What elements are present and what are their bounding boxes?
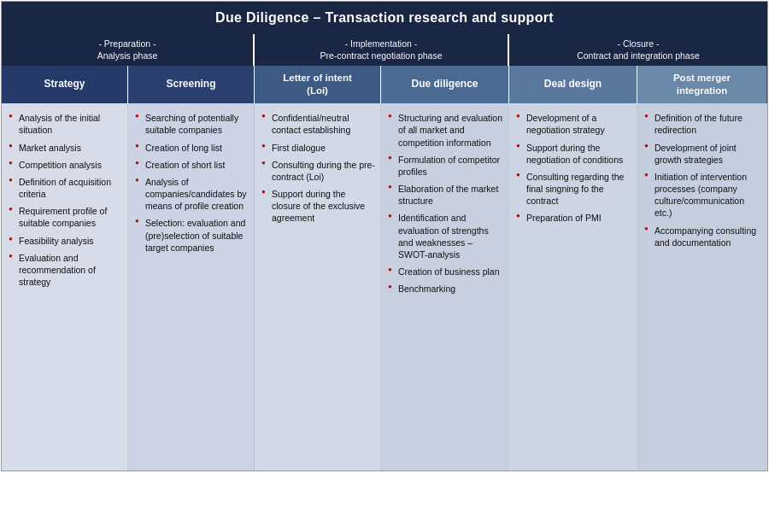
list-item: Development of joint growth strategies <box>644 140 762 169</box>
dd-list: Structuring and evaluation of all market… <box>388 110 503 298</box>
list-item: First dialogue <box>261 140 375 157</box>
col-strategy: Analysis of the initial situation Market… <box>2 103 128 471</box>
loi-list: Confidential/neutral contact establishin… <box>261 110 375 227</box>
step-strategy: Strategy <box>2 66 128 103</box>
list-item: Creation of long list <box>135 140 249 157</box>
list-item: Analysis of the initial situation <box>9 110 122 139</box>
step-screening: Screening <box>128 66 255 103</box>
step-post-merger: Post merger integration <box>637 66 767 103</box>
step-loi: Letter of intent (Loi) <box>255 66 381 103</box>
col-deal-design: Development of a negotiation strategy Su… <box>509 103 637 471</box>
col-screening: Searching of potentially suitable compan… <box>128 103 255 471</box>
list-item: Analysis of companies/candidates by mean… <box>135 174 249 216</box>
list-item: Consulting during the pre-contract (Loi) <box>261 157 375 186</box>
phase-bar: - Preparation - Analysis phase - Impleme… <box>2 34 767 66</box>
col-post-merger: Definition of the future redirection Dev… <box>637 103 767 471</box>
strategy-list: Analysis of the initial situation Market… <box>9 110 122 291</box>
screening-list: Searching of potentially suitable compan… <box>135 110 249 257</box>
list-item: Evaluation and recommendation of strateg… <box>9 250 122 292</box>
step-deal-design: Deal design <box>509 66 637 103</box>
list-item: Requirement profile of suitable companie… <box>9 203 122 232</box>
list-item: Selection: evaluation and (pre)selection… <box>135 215 249 257</box>
list-item: Consulting regarding the final singning … <box>516 169 631 211</box>
post-merger-list: Definition of the future redirection Dev… <box>644 110 762 252</box>
list-item: Definition of acquisition criteria <box>9 174 122 203</box>
list-item: Preparation of PMI <box>516 210 631 227</box>
steps-header: Strategy Screening Letter of intent (Loi… <box>2 66 767 103</box>
list-item: Benchmarking <box>388 281 503 298</box>
list-item: Elaboration of the market structure <box>388 181 503 210</box>
col-loi: Confidential/neutral contact establishin… <box>255 103 381 471</box>
phase-impl: - Implementation - Pre-contract negotiat… <box>255 34 509 66</box>
list-item: Creation of short list <box>135 157 249 174</box>
list-item: Competition analysis <box>9 157 122 174</box>
list-item: Searching of potentially suitable compan… <box>135 110 249 139</box>
list-item: Support during the closure of the exclus… <box>261 186 375 228</box>
main-title: Due Diligence – Transaction research and… <box>2 2 767 34</box>
list-item: Definition of the future redirection <box>644 110 762 139</box>
phase-prep: - Preparation - Analysis phase <box>2 34 255 66</box>
list-item: Accompanying consulting and documentatio… <box>644 223 762 252</box>
list-item: Structuring and evaluation of all market… <box>388 110 503 152</box>
list-item: Formulation of competitor profiles <box>388 152 503 181</box>
content-area: Analysis of the initial situation Market… <box>2 103 767 471</box>
list-item: Initiation of intervention processes (co… <box>644 169 762 223</box>
list-item: Creation of business plan <box>388 264 503 281</box>
col-due-diligence: Structuring and evaluation of all market… <box>381 103 509 471</box>
step-due-diligence: Due diligence <box>381 66 509 103</box>
phase-closure: - Closure - Contract and integration pha… <box>509 34 767 66</box>
list-item: Market analysis <box>9 140 122 157</box>
list-item: Feasibility analysis <box>9 233 122 250</box>
list-item: Confidential/neutral contact establishin… <box>261 110 375 139</box>
diagram: Due Diligence – Transaction research and… <box>1 1 768 471</box>
deal-list: Development of a negotiation strategy Su… <box>516 110 631 227</box>
list-item: Identification and evaluation of strengt… <box>388 210 503 264</box>
list-item: Support during the negotiation of condit… <box>516 140 631 169</box>
list-item: Development of a negotiation strategy <box>516 110 631 139</box>
